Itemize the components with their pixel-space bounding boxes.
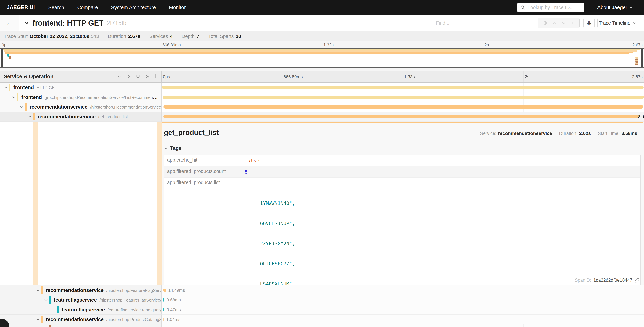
tag-row: app.cache_hit false [164, 155, 640, 166]
trace-collapse-toggle[interactable] [24, 20, 30, 26]
app-brand[interactable]: JAEGER UI [7, 4, 35, 10]
trace-minimap[interactable]: 0μs 666.89ms 1.33s 2s 2.67s [0, 41, 644, 70]
minimap-canvas[interactable] [0, 48, 644, 68]
span-bar-cell[interactable]: 3.47ms [162, 305, 644, 314]
span-accent-strip-right [157, 122, 162, 285]
span-row-recommendationservice-list[interactable]: recommendationservice/hipstershop.Recomm… [0, 102, 644, 112]
span-duration-label: 2.6 [638, 114, 644, 119]
span-detail-panel: get_product_list Service:recommendations… [162, 122, 644, 285]
chevron-down-icon [629, 6, 633, 9]
span-service: frontend [14, 84, 34, 90]
span-detail-row: get_product_list Service:recommendations… [0, 122, 644, 285]
trace-id-short: 2f715fb [107, 20, 126, 26]
trace-summary-bar: Trace Start October 22 2022, 22:10:09.54… [0, 31, 644, 41]
span-duration-bar[interactable] [163, 288, 166, 292]
span-duration-bar[interactable] [162, 86, 644, 89]
span-operation: /hipstershop.FeatureFlagService/Ge… [100, 298, 162, 302]
chevron-up-icon[interactable] [552, 21, 557, 25]
span-detail-title: get_product_list [164, 128, 219, 137]
span-service: featureflagservice [62, 307, 105, 312]
chevron-down-icon[interactable] [36, 317, 40, 322]
span-row-reco-productcatalog[interactable]: recommendationservice/hipstershop.Produc… [0, 314, 644, 324]
close-icon[interactable] [570, 21, 575, 25]
command-icon: ⌘ [586, 20, 592, 26]
column-resizer[interactable] [155, 74, 156, 78]
tags-section-toggle[interactable]: Tags [164, 145, 641, 151]
span-duration-bar[interactable] [163, 308, 164, 312]
service-color-tag [41, 286, 43, 294]
span-duration-label: 1.04ms [166, 317, 180, 322]
span-row-frontend-grpc[interactable]: frontendgrpc.hipstershop.RecommendationS… [0, 92, 644, 102]
trace-services: Services4 [145, 34, 177, 39]
collapse-one-icon[interactable] [117, 74, 122, 79]
back-button[interactable]: ← [0, 15, 19, 31]
span-bar-cell[interactable] [162, 82, 644, 92]
chevron-down-icon[interactable] [28, 114, 32, 119]
back-arrow-icon: ← [6, 19, 13, 27]
span-row-frontend-http-get[interactable]: frontendHTTP GET [0, 82, 644, 92]
nav-item-compare[interactable]: Compare [77, 4, 98, 10]
span-bar-cell[interactable] [162, 92, 644, 102]
nav-item-system-architecture[interactable]: System Architecture [111, 4, 156, 10]
span-bar-cell[interactable]: 14.49ms [162, 285, 644, 295]
find-input[interactable] [436, 20, 534, 26]
timeline-ticks-header: 0μs 666.89ms 1.33s 2s 2.67s [162, 70, 644, 82]
span-operation: get_product_list [98, 114, 128, 119]
span-bar-cell[interactable]: 2.6 [162, 112, 644, 122]
span-duration-bar[interactable] [163, 298, 164, 302]
service-color-tag [33, 113, 34, 120]
span-duration-bar[interactable] [163, 105, 644, 108]
chevron-down-icon [633, 21, 636, 25]
chevron-down-icon[interactable] [562, 21, 566, 25]
trace-id-search-input[interactable] [528, 5, 581, 10]
focus-icon[interactable] [543, 20, 548, 26]
detail-service: Service:recommendationservice [476, 131, 556, 136]
keyboard-shortcuts-button[interactable]: ⌘ [584, 18, 595, 28]
chevron-down-icon[interactable] [12, 95, 16, 100]
span-operation: /hipstershop.FeatureFlagService… [106, 288, 162, 293]
span-service: frontend [22, 94, 42, 100]
span-operation: grpc.hipstershop.RecommendationService/L… [45, 95, 159, 100]
jaeger-trace-page: JAEGER UI Search Compare System Architec… [0, 0, 644, 327]
span-row-featureflagservice-get[interactable]: featureflagservice/hipstershop.FeatureFl… [0, 295, 644, 305]
span-bar-cell[interactable] [162, 102, 644, 112]
span-bar-cell[interactable]: 3.68ms [162, 295, 644, 305]
trace-id-search-box[interactable] [517, 2, 584, 12]
span-bar-cell[interactable]: 1.04ms [162, 314, 644, 324]
link-icon[interactable] [634, 278, 639, 283]
chevron-down-icon[interactable] [20, 105, 24, 109]
trace-title-bar: ← frontend: HTTP GET 2f715fb [0, 15, 644, 31]
chevron-down-icon[interactable] [36, 288, 40, 292]
minimap-left-scrubber[interactable] [1, 48, 3, 67]
span-rows-bottom: recommendationservice/hipstershop.Featur… [0, 285, 644, 327]
span-id-row: SpanID: 1ca2262df0e18447 [575, 278, 639, 283]
collapse-all-icon[interactable] [136, 74, 140, 79]
minimap-right-scrubber[interactable] [641, 48, 643, 67]
view-mode-dropdown[interactable]: Trace Timeline [598, 18, 637, 28]
minimap-ticks: 0μs 666.89ms 1.33s 2s 2.67s [0, 41, 644, 48]
find-bar [432, 18, 580, 28]
service-color-tag [57, 306, 59, 314]
chevron-down-icon[interactable] [44, 298, 48, 302]
span-row-get-product-list-selected[interactable]: recommendationserviceget_product_list 2.… [0, 112, 644, 122]
top-nav: JAEGER UI Search Compare System Architec… [0, 0, 644, 15]
span-duration-bar[interactable] [163, 96, 644, 99]
find-controls [538, 18, 579, 28]
detail-start-time: Start Time:8.58ms [594, 131, 641, 136]
nav-item-monitor[interactable]: Monitor [169, 4, 186, 10]
tree-header-title: Service & Operation [4, 74, 54, 80]
about-jaeger-menu[interactable]: About Jaeger [597, 4, 633, 10]
span-row-featureflagservice-repo-query[interactable]: featureflagservicefeatureflagservice.rep… [0, 305, 644, 314]
span-service: recommendationservice [38, 114, 96, 119]
service-operation-header: Service & Operation [0, 70, 162, 82]
span-duration-bar[interactable] [163, 318, 164, 321]
tag-row: app.filtered_products.count 8 [164, 166, 640, 178]
span-row-reco-featureflag[interactable]: recommendationservice/hipstershop.Featur… [0, 285, 644, 295]
span-duration-bar[interactable] [163, 115, 640, 118]
span-operation: /hipstershop.RecommendationService/Lis… [90, 105, 162, 110]
nav-item-search[interactable]: Search [48, 4, 64, 10]
expand-one-icon[interactable] [126, 74, 131, 79]
expand-all-icon[interactable] [145, 74, 150, 79]
trace-duration: Duration2.67s [103, 34, 145, 39]
chevron-down-icon[interactable] [4, 85, 8, 90]
